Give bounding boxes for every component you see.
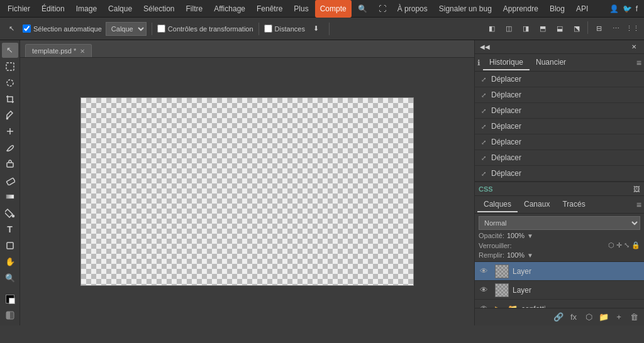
stamp-tool[interactable]: [2, 156, 18, 172]
menu-apprendre[interactable]: Apprendre: [498, 0, 543, 18]
history-move-icon: ⤢: [481, 92, 486, 99]
right-panel: ◀◀ ✕ ℹ Historique Nuancier ≡ ⤢ Déplacer: [474, 40, 644, 325]
menu-calque[interactable]: Calque: [103, 0, 137, 18]
layers-panel-menu[interactable]: ≡: [636, 200, 641, 210]
layer-visibility-icon[interactable]: 👁: [480, 266, 491, 276]
align-center-icon[interactable]: ◫: [501, 21, 516, 36]
document-tab[interactable]: template.psd * ✕: [25, 44, 92, 57]
layer-select[interactable]: Calque: [106, 22, 147, 36]
distances-checkbox[interactable]: Distances: [264, 24, 305, 33]
move-tool[interactable]: ↖: [2, 43, 18, 58]
zoom-tool[interactable]: 🔍: [2, 271, 18, 286]
lasso-tool[interactable]: [2, 75, 18, 90]
layer-name: Layer: [513, 286, 639, 295]
menu-filtre[interactable]: Filtre: [180, 0, 208, 18]
panel-collapse-left[interactable]: ◀◀: [477, 40, 492, 55]
add-mask-icon[interactable]: ⬡: [582, 311, 595, 324]
history-panel-menu[interactable]: ≡: [636, 58, 641, 68]
eraser-tool[interactable]: [2, 173, 18, 188]
menu-image[interactable]: Image: [71, 0, 102, 18]
layer-item[interactable]: 👁 Layer: [475, 281, 644, 300]
layer-item[interactable]: 👁 ▶ 📁 confetti: [475, 300, 644, 308]
hand-tool[interactable]: ✋: [2, 254, 18, 270]
heal-tool[interactable]: [2, 124, 18, 139]
align-top-icon[interactable]: ⬒: [535, 21, 550, 36]
twitter-icon[interactable]: 🐦: [623, 4, 632, 13]
transform-controls-checkbox[interactable]: Contrôles de transformation: [157, 24, 253, 33]
gradient-tool[interactable]: [2, 189, 18, 204]
download-icon[interactable]: ⬇: [309, 21, 324, 36]
opacity-dropdown-icon[interactable]: ▼: [527, 232, 533, 239]
historique-tab[interactable]: Historique: [483, 55, 530, 70]
fill-dropdown-icon[interactable]: ▼: [527, 252, 533, 259]
eyedropper-tool[interactable]: [2, 108, 18, 123]
menu-bug[interactable]: Signaler un bug: [434, 0, 497, 18]
info-icon[interactable]: ℹ: [477, 58, 480, 67]
quick-mask-btn[interactable]: [2, 308, 18, 323]
history-move-icon: ⤢: [481, 155, 486, 161]
reddit-icon[interactable]: 👤: [609, 4, 619, 13]
menu-search-icon[interactable]: 🔍: [353, 0, 372, 18]
history-item[interactable]: ⤢ Déplacer: [475, 150, 644, 166]
facebook-icon[interactable]: f: [636, 4, 638, 13]
move-tool-active[interactable]: ↖: [4, 21, 19, 36]
more-icon[interactable]: ⋮⋮: [625, 21, 640, 36]
align-left-icon[interactable]: ◧: [484, 21, 499, 36]
new-layer-icon[interactable]: +: [613, 311, 625, 324]
foreground-color[interactable]: [2, 291, 18, 307]
traces-tab[interactable]: Tracés: [556, 197, 591, 212]
menu-expand-icon[interactable]: ⛶: [374, 0, 391, 18]
fill-tool[interactable]: [2, 205, 18, 220]
new-group-icon[interactable]: 📁: [597, 311, 610, 324]
image-icon: 🖼: [633, 185, 640, 193]
calques-tab[interactable]: Calques: [477, 197, 518, 212]
layer-toolbar: 🔗 fx ⬡ 📁 + 🗑: [475, 308, 644, 325]
history-item[interactable]: ⤢ Déplacer: [475, 103, 644, 119]
text-tool[interactable]: T: [2, 222, 18, 237]
history-item[interactable]: ⤢ Déplacer: [475, 166, 644, 182]
history-item[interactable]: ⤢ Déplacer: [475, 134, 644, 150]
add-style-icon[interactable]: fx: [567, 311, 580, 324]
layers-header: Calques Canaux Tracés ≡: [475, 196, 644, 214]
menu-compte[interactable]: Compte: [315, 0, 352, 18]
menu-api[interactable]: API: [571, 0, 593, 18]
link-layers-icon[interactable]: 🔗: [552, 311, 565, 324]
shape-tool[interactable]: [2, 238, 18, 253]
align-middle-icon[interactable]: ⬓: [552, 21, 567, 36]
blend-mode-select[interactable]: Normal: [479, 216, 640, 230]
menu-plus[interactable]: Plus: [289, 0, 313, 18]
distribute-h-icon[interactable]: ⊟: [591, 21, 606, 36]
brush-tool[interactable]: [2, 140, 18, 155]
menu-apropos[interactable]: À propos: [392, 0, 433, 18]
menu-fenetre[interactable]: Fenêtre: [252, 0, 287, 18]
menu-affichage[interactable]: Affichage: [209, 0, 250, 18]
menu-blog[interactable]: Blog: [545, 0, 570, 18]
layer-controls: Normal Opacité: 100% ▼ Verrouiller: ⬡ ✛ …: [475, 214, 644, 262]
panel-collapse-right[interactable]: ✕: [626, 40, 641, 55]
crop-tool[interactable]: [2, 92, 18, 107]
align-bottom-icon[interactable]: ⬔: [569, 21, 584, 36]
layer-item[interactable]: 👁 Layer: [475, 262, 644, 281]
tab-close-icon[interactable]: ✕: [80, 48, 85, 55]
history-item[interactable]: ⤢ Déplacer: [475, 119, 644, 134]
canvas[interactable]: [80, 97, 414, 286]
distribute-v-icon[interactable]: ⋯: [608, 21, 623, 36]
menu-fichier[interactable]: Fichier: [3, 0, 35, 18]
history-item[interactable]: ⤢ Déplacer: [475, 87, 644, 103]
lock-pixels-icon[interactable]: ⬡: [608, 241, 614, 249]
history-move-icon: ⤢: [481, 107, 486, 114]
delete-layer-icon[interactable]: 🗑: [628, 311, 640, 324]
canaux-tab[interactable]: Canaux: [518, 197, 556, 212]
layer-visibility-icon[interactable]: 👁: [480, 285, 491, 295]
lock-all-icon[interactable]: 🔒: [631, 241, 640, 249]
menu-edition[interactable]: Édition: [36, 0, 70, 18]
nuancier-tab[interactable]: Nuancier: [530, 55, 572, 70]
menu-selection[interactable]: Sélection: [138, 0, 179, 18]
lock-artboard-icon[interactable]: ⤡: [624, 241, 630, 249]
opacity-label: Opacité:: [479, 232, 504, 239]
history-item[interactable]: ⤢ Déplacer: [475, 72, 644, 87]
auto-select-checkbox[interactable]: Sélection automatique: [23, 24, 102, 33]
select-tool[interactable]: [2, 59, 18, 74]
lock-position-icon[interactable]: ✛: [616, 241, 622, 249]
align-right-icon[interactable]: ◨: [518, 21, 533, 36]
